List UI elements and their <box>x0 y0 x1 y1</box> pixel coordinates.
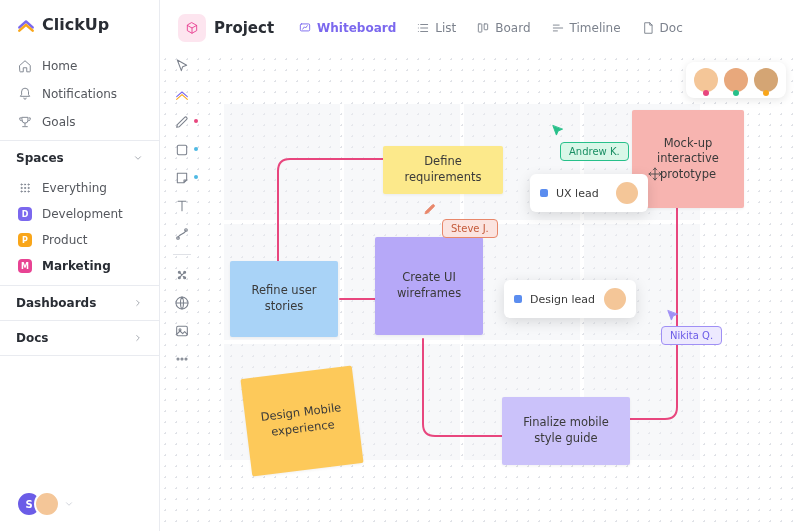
primary-nav: Home Notifications Goals <box>0 48 159 140</box>
note-finalize[interactable]: Finalize mobile style guide <box>502 397 630 465</box>
shape-tool-icon[interactable] <box>174 142 190 158</box>
sticky-tool-icon[interactable] <box>174 170 190 186</box>
chevron-down-icon <box>133 153 143 163</box>
svg-rect-10 <box>479 24 483 32</box>
clickup-logo-icon <box>16 14 36 34</box>
avatar <box>694 68 718 92</box>
svg-point-1 <box>24 184 25 185</box>
nav-home[interactable]: Home <box>0 52 159 80</box>
user-avatars[interactable]: S <box>16 491 74 517</box>
chevron-right-icon <box>133 298 143 308</box>
text-tool-icon[interactable] <box>174 198 190 214</box>
svg-point-4 <box>24 187 25 188</box>
tab-list[interactable]: List <box>410 16 462 40</box>
tab-board[interactable]: Board <box>470 16 536 40</box>
whiteboard-toolbar <box>170 58 194 367</box>
cursor-nikita <box>665 309 679 323</box>
home-icon <box>18 59 32 73</box>
space-badge: D <box>18 207 32 221</box>
bell-icon <box>18 87 32 101</box>
svg-rect-20 <box>177 326 188 335</box>
note-refine[interactable]: Refine user stories <box>230 261 338 337</box>
card-design-lead[interactable]: Design lead <box>504 280 636 318</box>
avatar <box>724 68 748 92</box>
note-create[interactable]: Create UI wireframes <box>375 237 483 335</box>
image-tool-icon[interactable] <box>174 323 190 339</box>
chip-steve: Steve J. <box>442 219 498 238</box>
note-mockup[interactable]: Mock-up interactive prototype <box>632 110 744 208</box>
nav-goals[interactable]: Goals <box>0 108 159 136</box>
pointer-tool-icon[interactable] <box>174 58 190 74</box>
cursor-steve <box>423 202 437 216</box>
tab-whiteboard[interactable]: Whiteboard <box>292 16 402 40</box>
logo[interactable]: ClickUp <box>0 0 159 48</box>
svg-rect-11 <box>484 24 488 30</box>
svg-point-21 <box>179 329 181 331</box>
grid-icon <box>18 181 32 195</box>
avatar <box>604 288 626 310</box>
pen-tool-icon[interactable] <box>174 114 190 130</box>
space-everything[interactable]: Everything <box>0 175 159 201</box>
chip-nikita: Nikita Q. <box>661 326 722 345</box>
space-badge: P <box>18 233 32 247</box>
space-marketing[interactable]: M Marketing <box>0 253 159 279</box>
status-square <box>540 189 548 197</box>
svg-rect-12 <box>177 145 186 154</box>
whiteboard-icon <box>298 21 312 35</box>
svg-point-22 <box>177 358 179 360</box>
project-icon[interactable] <box>178 14 206 42</box>
svg-point-5 <box>28 187 29 188</box>
svg-point-3 <box>21 187 22 188</box>
svg-point-2 <box>28 184 29 185</box>
tab-doc[interactable]: Doc <box>635 16 689 40</box>
chevron-down-icon <box>64 499 74 509</box>
avatar <box>616 182 638 204</box>
svg-point-7 <box>24 191 25 192</box>
board-icon <box>476 21 490 35</box>
avatar <box>34 491 60 517</box>
cube-icon <box>185 21 199 35</box>
sidebar: ClickUp Home Notifications Goals Spaces … <box>0 0 160 531</box>
whiteboard-canvas[interactable]: Define requirements Refine user stories … <box>160 54 800 531</box>
docs-header[interactable]: Docs <box>0 321 159 356</box>
spaces-list: Everything D Development P Product M Mar… <box>0 175 159 279</box>
move-icon <box>648 167 662 181</box>
chevron-right-icon <box>133 333 143 343</box>
svg-point-0 <box>21 184 22 185</box>
view-tabs: Project Whiteboard List Board Timeline D… <box>160 0 800 57</box>
web-tool-icon[interactable] <box>174 295 190 311</box>
ai-tool-icon[interactable] <box>174 267 190 283</box>
note-mobile[interactable]: Design Mobile experience <box>240 366 363 477</box>
timeline-icon <box>551 21 565 35</box>
svg-point-6 <box>21 191 22 192</box>
connector-tool-icon[interactable] <box>174 226 190 242</box>
space-badge: M <box>18 259 32 273</box>
avatar <box>754 68 778 92</box>
note-define[interactable]: Define requirements <box>383 146 503 194</box>
status-square <box>514 295 522 303</box>
space-development[interactable]: D Development <box>0 201 159 227</box>
clickup-tool-icon[interactable] <box>174 86 190 102</box>
space-product[interactable]: P Product <box>0 227 159 253</box>
chip-andrew: Andrew K. <box>560 142 629 161</box>
collaborators-bar[interactable]: .collab-av:nth-child(1)::after{backgroun… <box>686 62 786 98</box>
nav-notifications[interactable]: Notifications <box>0 80 159 108</box>
list-icon <box>416 21 430 35</box>
svg-point-8 <box>28 191 29 192</box>
tab-timeline[interactable]: Timeline <box>545 16 627 40</box>
svg-point-23 <box>181 358 183 360</box>
more-tool-icon[interactable] <box>174 351 190 367</box>
card-ux-lead[interactable]: UX lead <box>530 174 648 212</box>
dashboards-header[interactable]: Dashboards <box>0 285 159 321</box>
cursor-andrew <box>550 124 564 138</box>
project-label: Project <box>214 19 274 37</box>
doc-icon <box>641 21 655 35</box>
svg-point-24 <box>185 358 187 360</box>
trophy-icon <box>18 115 32 129</box>
main: Project Whiteboard List Board Timeline D… <box>160 0 800 531</box>
logo-text: ClickUp <box>42 15 109 34</box>
spaces-header[interactable]: Spaces <box>0 140 159 175</box>
